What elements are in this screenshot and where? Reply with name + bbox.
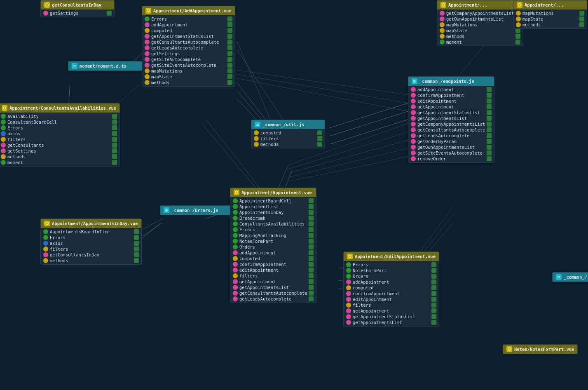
row-label: filters xyxy=(7,137,26,142)
row-label: confirmAppointment xyxy=(239,262,286,267)
row-label: getConsultantsInDay xyxy=(50,252,99,257)
node-appointments_inday[interactable]: ⬡Appointment/AppointmentsInDay.vueAppoin… xyxy=(40,218,142,265)
table-row: Errors xyxy=(230,227,316,233)
row-type-icon xyxy=(43,241,48,246)
row-label: addAppointment xyxy=(353,280,389,284)
row-type-icon xyxy=(233,221,238,226)
row-type-icon xyxy=(145,51,150,56)
node-top_right_2[interactable]: ⬡Appointment/...mapMutationsmapStatemeth… xyxy=(513,0,587,29)
node-title-appointment_vue: Appointment/Appointment.vue xyxy=(241,190,312,195)
row-label: getOwnAppointmentsList xyxy=(417,145,475,150)
row-label: confirmAppointment xyxy=(353,291,400,296)
row-type-icon xyxy=(411,127,416,132)
node-title-top_right_partial: _common_/... xyxy=(564,275,588,280)
node-icon-edit_appointment: ⬡ xyxy=(347,254,353,259)
table-row: getSiteEventsAutocomplete xyxy=(408,150,494,156)
row-badge xyxy=(487,87,492,92)
row-label: getOwnAppointmentsList xyxy=(446,16,504,21)
table-row: axios xyxy=(0,131,119,136)
table-row: filters xyxy=(0,136,119,142)
row-label: Errors xyxy=(50,235,66,240)
row-label: addAppointment xyxy=(239,250,276,255)
table-row: getAppointmentStatusList xyxy=(344,314,439,320)
table-row: getAppointmentsList xyxy=(408,115,494,121)
row-badge xyxy=(309,279,314,284)
row-badge xyxy=(431,280,436,284)
row-badge xyxy=(515,34,520,39)
row-type-icon xyxy=(43,252,48,257)
table-row: mapState xyxy=(142,74,235,80)
row-type-icon xyxy=(346,285,351,290)
table-row: mapMutations xyxy=(513,10,587,16)
node-notes_formpart[interactable]: ⬡Notes/NotesFormPart.vue xyxy=(503,344,578,354)
node-top_right_1[interactable]: ⬡Appointment/...getCompanyAppointmentsLi… xyxy=(437,0,523,46)
row-badge xyxy=(431,285,436,290)
node-icon-moment_d: ≡ xyxy=(72,63,77,69)
node-header-top_right_partial: ≡_common_/... xyxy=(553,273,588,282)
node-body-appointments_inday: AppointmentsBoardInTimeErrorsaxiosfilter… xyxy=(41,228,141,264)
table-row: getLeadsAutocomplete xyxy=(408,133,494,139)
row-label: getSiteEventsAutocomplete xyxy=(151,63,216,68)
row-badge xyxy=(227,57,232,62)
node-icon-consultants_avail: ⬡ xyxy=(2,105,7,111)
row-badge xyxy=(112,131,117,136)
node-edit_appointment[interactable]: ⬡Appointment/EditAppointment.vueErrorsNo… xyxy=(343,251,439,327)
node-icon-common_endpoints: ≡ xyxy=(412,78,417,84)
row-label: addAppointment xyxy=(151,22,188,27)
row-label: mapState xyxy=(446,28,467,33)
node-common_endpoints[interactable]: ≡_common_/endpoints.jsaddAppointmentconf… xyxy=(408,76,494,163)
node-appointment_vue[interactable]: ⬡Appointment/Appointment.vueAppointmentB… xyxy=(230,188,316,303)
node-top_right_partial[interactable]: ≡_common_/... xyxy=(552,272,588,282)
node-icon-add_appointment: ⬡ xyxy=(145,8,151,14)
row-type-icon xyxy=(233,296,238,301)
table-row: getAppointmentsList xyxy=(344,320,439,325)
table-row: getConsultantsAutocomplete xyxy=(408,127,494,133)
row-badge xyxy=(227,63,232,68)
row-label: NotesFormPart xyxy=(239,239,273,244)
row-badge xyxy=(107,11,112,16)
table-row: AppointmentsInDay xyxy=(230,209,316,215)
row-type-icon xyxy=(1,137,6,142)
node-title-notes_formpart: Notes/NotesFormPart.vue xyxy=(514,347,574,352)
row-badge xyxy=(309,204,314,209)
row-label: moment xyxy=(7,160,23,165)
row-badge xyxy=(227,40,232,45)
table-row: computed xyxy=(142,28,235,33)
row-badge xyxy=(134,252,139,257)
row-badge xyxy=(487,133,492,138)
row-badge xyxy=(112,114,117,119)
row-type-icon xyxy=(145,80,150,85)
row-label: confirmAppointment xyxy=(417,93,464,98)
row-type-icon xyxy=(233,244,238,249)
row-type-icon xyxy=(411,139,416,144)
node-header-notes_formpart: ⬡Notes/NotesFormPart.vue xyxy=(503,345,577,354)
table-row: mapState xyxy=(437,28,523,33)
table-row: editAppointment xyxy=(230,267,316,273)
table-row: removeOrder xyxy=(408,156,494,162)
table-row: getLeadsAutocomplete xyxy=(142,45,235,51)
node-common_errors[interactable]: ≡_common_/Errors.js xyxy=(160,205,234,215)
node-body-appointment_vue: AppointmentBoardCellAppointmentListAppoi… xyxy=(230,197,316,303)
row-label: filters xyxy=(353,303,371,308)
node-common_util[interactable]: ≡_common_/util.jscomputedfiltersmethods xyxy=(251,120,325,148)
node-consultants_avail[interactable]: ⬡Appointment/ConsultantsAvailabilities.v… xyxy=(0,103,120,167)
table-row: getOwnAppointmentsList xyxy=(408,144,494,150)
row-type-icon xyxy=(346,303,351,308)
row-label: mapState xyxy=(522,16,543,21)
table-row: getAppointmentStatusList xyxy=(142,33,235,39)
node-top_left_partial[interactable]: ⬡getConsultantsInDaygetSettings xyxy=(40,0,115,17)
node-header-common_errors: ≡_common_/Errors.js xyxy=(160,206,234,215)
row-label: computed xyxy=(353,285,374,290)
node-add_appointment[interactable]: ⬡Appointment/AddAppointment.vueErrorsadd… xyxy=(142,6,235,87)
row-type-icon xyxy=(411,122,416,127)
row-badge xyxy=(227,68,232,73)
row-type-icon xyxy=(516,11,521,16)
row-badge xyxy=(309,250,314,255)
row-badge xyxy=(309,239,314,244)
node-moment_d[interactable]: ≡moment/moment.d.ts xyxy=(68,61,142,71)
node-title-add_appointment: Appointment/AddAppointment.vue xyxy=(153,8,232,13)
row-badge xyxy=(227,51,232,56)
table-row: confirmAppointment xyxy=(344,291,439,296)
row-label: methods xyxy=(151,80,169,85)
row-type-icon xyxy=(411,133,416,138)
